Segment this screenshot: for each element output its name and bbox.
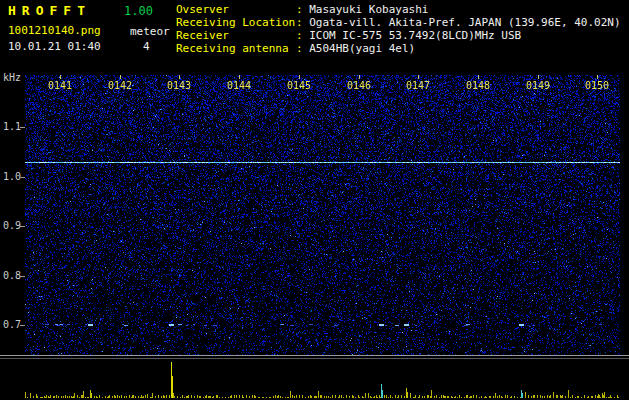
info-label: Receiving antenna xyxy=(176,42,296,55)
record-timestamp: 10.01.21 01:40 xyxy=(8,40,101,53)
time-tick-mark xyxy=(359,75,360,79)
station-info: Ovserver: Masayuki KobayashiReceiving Lo… xyxy=(176,3,621,55)
freq-tick-mark xyxy=(20,127,25,128)
info-label: Receiver xyxy=(176,29,296,42)
freq-tick-mark xyxy=(20,226,25,227)
meteor-count-label: meteor xyxy=(130,25,170,38)
info-label: Ovserver xyxy=(176,3,296,16)
info-value: ICOM IC-575 53.7492(8LCD)MHz USB xyxy=(309,29,521,42)
time-tick-mark xyxy=(478,75,479,79)
freq-tick-label: 0.7 xyxy=(3,319,21,330)
info-label: Receiving Location xyxy=(176,16,296,29)
time-tick-mark xyxy=(60,75,61,79)
separator-line-bottom xyxy=(0,358,629,359)
station-info-row: Receiving antenna: A504HB(yagi 4el) xyxy=(176,42,621,55)
info-colon: : xyxy=(296,16,309,29)
time-tick-label: 0147 xyxy=(402,80,434,91)
freq-tick-mark xyxy=(20,325,25,326)
freq-tick-mark xyxy=(20,276,25,277)
freq-tick-label: 0.9 xyxy=(3,220,21,231)
time-tick-label: 0141 xyxy=(44,80,76,91)
time-tick-mark xyxy=(239,75,240,79)
time-tick-mark xyxy=(538,75,539,79)
time-tick-label: 0150 xyxy=(581,80,613,91)
time-tick-label: 0144 xyxy=(223,80,255,91)
freq-tick-label: 1.0 xyxy=(3,171,21,182)
signal-strength-canvas xyxy=(25,360,620,398)
info-colon: : xyxy=(296,3,309,16)
info-colon: : xyxy=(296,42,309,55)
info-value: Masayuki Kobayashi xyxy=(309,3,428,16)
time-tick-mark xyxy=(120,75,121,79)
info-colon: : xyxy=(296,29,309,42)
time-tick-label: 0149 xyxy=(522,80,554,91)
hrofft-window: HROFFT 1.00 1001210140.png meteor 4 10.0… xyxy=(0,0,629,400)
info-value: A504HB(yagi 4el) xyxy=(309,42,415,55)
time-tick-label: 0143 xyxy=(163,80,195,91)
time-tick-mark xyxy=(597,75,598,79)
station-info-row: Receiving Location: Ogata-vill. Akita-Pr… xyxy=(176,16,621,29)
meteor-count-value: 4 xyxy=(143,40,150,53)
separator-line-top xyxy=(0,355,629,356)
info-value: Ogata-vill. Akita-Pref. JAPAN (139.96E, … xyxy=(309,16,620,29)
freq-tick-label: 1.1 xyxy=(3,121,21,132)
time-tick-label: 0145 xyxy=(283,80,315,91)
app-title: HROFFT xyxy=(8,3,91,18)
time-tick-mark xyxy=(179,75,180,79)
freq-tick-label: 0.8 xyxy=(3,270,21,281)
time-tick-label: 0146 xyxy=(343,80,375,91)
time-tick-mark xyxy=(418,75,419,79)
time-tick-mark xyxy=(299,75,300,79)
freq-axis-unit: kHz xyxy=(3,72,21,83)
freq-tick-mark xyxy=(20,177,25,178)
station-info-row: Receiver: ICOM IC-575 53.7492(8LCD)MHz U… xyxy=(176,29,621,42)
spectrogram-canvas xyxy=(25,75,620,355)
time-tick-label: 0142 xyxy=(104,80,136,91)
station-info-row: Ovserver: Masayuki Kobayashi xyxy=(176,3,621,16)
app-version: 1.00 xyxy=(124,4,153,18)
time-tick-label: 0148 xyxy=(462,80,494,91)
output-filename: 1001210140.png xyxy=(8,24,101,37)
